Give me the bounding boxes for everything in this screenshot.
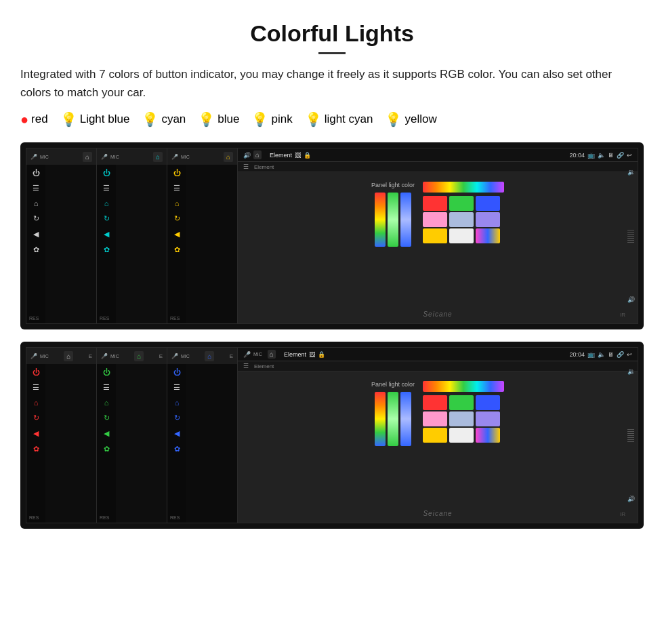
hamburger-icon[interactable]: ☰	[243, 163, 249, 170]
menu-icon-3[interactable]: ☰	[173, 184, 180, 193]
menu-icon-1[interactable]: ☰	[33, 184, 39, 193]
bottom-mic-icon-1: 🎤	[30, 353, 37, 359]
bottom-mic-label-3: MIC	[181, 354, 190, 359]
power-icon-2[interactable]: ⏻	[103, 169, 110, 177]
swatch-red[interactable]	[423, 196, 447, 211]
house-icon-2[interactable]: ⌂	[104, 199, 109, 207]
bottom-swatch-lightblue[interactable]	[449, 411, 474, 426]
bottom-unit-top-3: 🎤 MIC ⌂ E	[167, 348, 237, 364]
swatch-white[interactable]	[449, 228, 474, 243]
bottom-swatch-white[interactable]	[449, 428, 474, 443]
bottom-swatches-area	[423, 381, 504, 443]
color-item-lightblue: 💡 Light blue	[60, 111, 130, 127]
bottom-swatch-purple[interactable]	[476, 411, 500, 426]
power-icon-3[interactable]: ⏻	[173, 169, 181, 177]
vol-lines-top	[627, 176, 634, 296]
bottom-units-flex: 🎤 MIC ⌂ E ⏻ ☰ ⌂ ↻ ◀ ✿ RES	[26, 347, 638, 523]
swatch-lightblue[interactable]	[449, 212, 474, 227]
bottom-swatch-blue[interactable]	[476, 395, 500, 410]
right-vol-bar-top: 🔉 🔊	[627, 169, 635, 303]
bottom-vol-down-icon[interactable]: 🔉	[627, 368, 635, 375]
swatch-pink[interactable]	[423, 212, 447, 227]
bottom-left-bar-3: ⏻ ☰ ⌂ ↻ ◀ ✿	[167, 364, 186, 523]
home-nav-icon[interactable]: ⌂	[253, 150, 262, 159]
vol-up-icon[interactable]: 🔊	[627, 296, 635, 303]
description-text: Integrated with 7 colors of button indic…	[20, 65, 644, 102]
large-nav-bottom: ☰ Element	[238, 361, 638, 371]
bt-icon-1[interactable]: ✿	[33, 245, 39, 254]
home-icon-2: ⌂	[156, 153, 160, 161]
refresh-icon-1[interactable]: ↻	[33, 214, 39, 223]
bottom-back-icon-3[interactable]: ◀	[174, 429, 180, 438]
back-nav-icon[interactable]: ↩	[627, 152, 632, 159]
bottom-swatch-red[interactable]	[423, 395, 447, 410]
swatch-yellow[interactable]	[423, 228, 447, 243]
vol-down-icon[interactable]: 🔉	[627, 169, 635, 176]
page-wrapper: Colorful Lights Integrated with 7 colors…	[0, 0, 664, 555]
panel-light-section-top: Panel light color	[243, 182, 632, 247]
bulb-icon-blue: 💡	[198, 111, 215, 127]
bottom-swatch-green[interactable]	[449, 395, 474, 410]
swatches-area-top	[423, 182, 504, 243]
unit-top-3: 🎤 MIC ⌂	[167, 148, 237, 165]
refresh-icon-3[interactable]: ↻	[174, 214, 180, 223]
back-icon-1[interactable]: ◀	[33, 230, 39, 239]
res-label-1: RES	[29, 316, 39, 321]
swatch-purple[interactable]	[476, 212, 500, 227]
vol-line	[627, 429, 634, 430]
vol-line	[627, 439, 634, 440]
swatch-row-1	[423, 196, 504, 211]
bottom-swatch-pink[interactable]	[423, 411, 447, 426]
bottom-menu-icon-3[interactable]: ☰	[173, 383, 180, 392]
bottom-back-icon-1[interactable]: ◀	[33, 429, 39, 438]
swatch-blue[interactable]	[476, 196, 500, 211]
menu-icon-2[interactable]: ☰	[103, 184, 110, 193]
bottom-power-icon-3[interactable]: ⏻	[173, 368, 181, 376]
left-bar-2: ⏻ ☰ ⌂ ↻ ◀ ✿	[97, 165, 116, 323]
bottom-house-icon-3[interactable]: ⌂	[175, 399, 180, 407]
bottom-refresh-icon-3[interactable]: ↻	[174, 414, 180, 422]
bottom-menu-icon-1[interactable]: ☰	[33, 383, 39, 392]
house-icon-1[interactable]: ⌂	[34, 199, 39, 207]
screen-title-top: Element	[270, 152, 292, 159]
vol-icon: 🔈	[598, 152, 605, 159]
bottom-house-icon-1[interactable]: ⌂	[34, 399, 39, 407]
bottom-nav-title: Element	[254, 363, 274, 369]
refresh-icon-2[interactable]: ↻	[104, 214, 110, 223]
bottom-power-icon-1[interactable]: ⏻	[33, 368, 40, 376]
swatch-multi[interactable]	[476, 228, 500, 243]
bottom-power-icon-2[interactable]: ⏻	[103, 368, 110, 376]
bottom-bt-icon-3[interactable]: ✿	[174, 445, 180, 454]
back-icon-2[interactable]: ◀	[104, 230, 109, 239]
unit-top-2: 🎤 MIC ⌂	[97, 148, 167, 165]
bottom-house-icon-2[interactable]: ⌂	[104, 399, 109, 407]
bottom-swatch-yellow[interactable]	[423, 428, 447, 443]
bottom-swatch-row-3	[423, 428, 504, 443]
bottom-swatch-row-2	[423, 411, 504, 426]
unit-top-1: 🎤 MIC ⌂	[26, 148, 96, 165]
bottom-swatch-multi[interactable]	[476, 428, 500, 443]
house-icon-3[interactable]: ⌂	[175, 199, 180, 207]
bottom-bt-icon-1[interactable]: ✿	[33, 445, 39, 454]
bottom-hamburger-icon[interactable]: ☰	[243, 363, 249, 369]
vol-line	[627, 437, 634, 438]
bt-icon-2[interactable]: ✿	[104, 245, 110, 254]
swatch-green[interactable]	[449, 196, 474, 211]
back-icon-3[interactable]: ◀	[174, 230, 180, 239]
bt-icon-3[interactable]: ✿	[174, 245, 180, 254]
color-item-pink: 💡 pink	[251, 111, 292, 127]
bottom-menu-icon-2[interactable]: ☰	[103, 383, 110, 392]
bottom-back-nav-icon[interactable]: ↩	[627, 351, 632, 358]
bottom-refresh-icon-1[interactable]: ↻	[33, 414, 39, 422]
bottom-refresh-icon-2[interactable]: ↻	[104, 414, 110, 422]
bottom-home-icon-2: ⌂	[137, 353, 141, 360]
bottom-home-nav-icon[interactable]: ⌂	[268, 350, 276, 359]
color-label-pink: pink	[271, 113, 292, 126]
bottom-back-icon-2[interactable]: ◀	[104, 429, 109, 438]
power-icon-1[interactable]: ⏻	[33, 169, 40, 177]
bottom-vol-up-icon[interactable]: 🔊	[627, 496, 635, 502]
bottom-link-icon: 🔗	[617, 351, 624, 358]
bottom-unit-top-icons-2: 🎤 MIC	[101, 353, 119, 359]
tv-icon: 📺	[587, 152, 595, 159]
bottom-bt-icon-2[interactable]: ✿	[104, 445, 110, 454]
